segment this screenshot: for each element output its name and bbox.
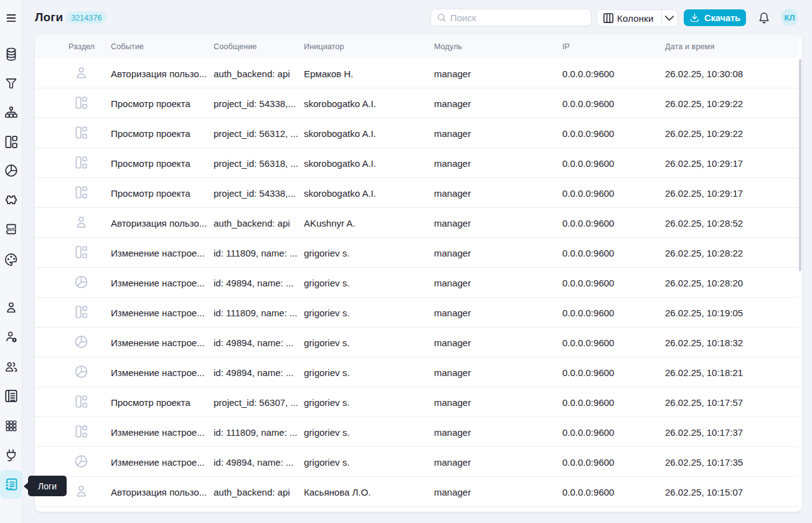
svg-text:SVG: SVG xyxy=(6,227,16,232)
